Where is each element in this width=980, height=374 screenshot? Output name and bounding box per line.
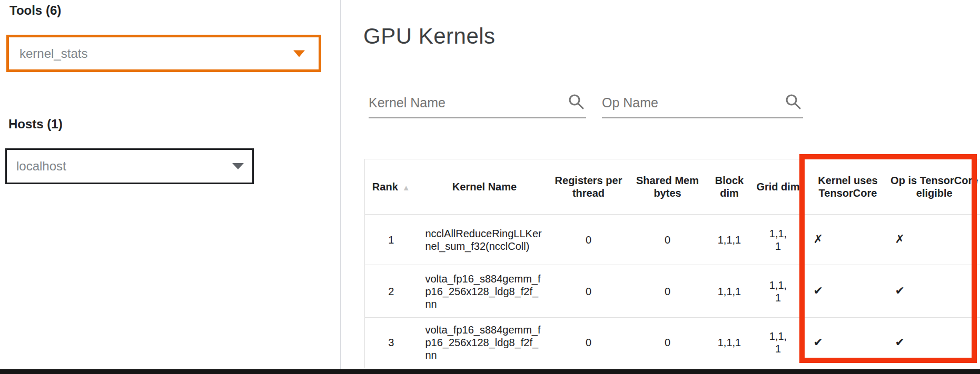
sort-ascending-icon: ▲ xyxy=(402,183,410,192)
cell-kernel-uses-tensorcore: ✔ xyxy=(807,265,889,318)
cell-rank: 3 xyxy=(365,318,418,368)
cell-registers-per-thread: 0 xyxy=(552,318,626,368)
column-header-shared-mem-bytes[interactable]: Shared Mem bytes xyxy=(626,159,710,215)
column-header-kernel-name[interactable]: Kernel Name xyxy=(418,159,552,215)
cell-grid-dim: 1,1,1 xyxy=(749,265,807,318)
cell-shared-mem-bytes: 0 xyxy=(626,318,710,368)
window-bottom-border xyxy=(0,369,980,374)
cell-op-is-tensorcore-eligible: ✔ xyxy=(889,265,980,318)
hosts-section-label: Hosts (1) xyxy=(8,117,63,132)
chevron-down-icon xyxy=(293,50,305,57)
cell-kernel-name: ncclAllReduceRingLLKernel_sum_f32(ncclCo… xyxy=(418,215,552,265)
page-title: GPU Kernels xyxy=(363,24,496,49)
op-name-filter xyxy=(602,88,803,118)
cell-registers-per-thread: 0 xyxy=(552,265,626,318)
cell-grid-dim: 1,1,1 xyxy=(749,318,807,368)
cell-registers-per-thread: 0 xyxy=(552,215,626,265)
search-icon xyxy=(784,93,802,113)
table-row[interactable]: 3volta_fp16_s884gemm_fp16_256x128_ldg8_f… xyxy=(365,318,980,368)
table-row[interactable]: 2volta_fp16_s884gemm_fp16_256x128_ldg8_f… xyxy=(365,265,980,318)
sidebar-divider xyxy=(340,0,341,369)
column-header-label: Rank xyxy=(372,181,398,193)
search-icon xyxy=(567,93,585,113)
cell-grid-dim: 1,1,1 xyxy=(749,215,807,265)
kernel-name-input[interactable] xyxy=(369,88,563,117)
hosts-dropdown-value: localhost xyxy=(16,159,66,174)
column-header-registers-per-thread[interactable]: Registers per thread xyxy=(552,159,626,215)
cell-block-dim: 1,1,1 xyxy=(710,265,749,318)
column-header-block-dim[interactable]: Block dim xyxy=(710,159,749,215)
cell-kernel-uses-tensorcore: ✔ xyxy=(807,318,889,368)
tools-section-label: Tools (6) xyxy=(9,3,61,18)
column-header-grid-dim[interactable]: Grid dim xyxy=(749,159,807,215)
cell-block-dim: 1,1,1 xyxy=(710,215,749,265)
column-header-kernel-uses-tensorcore[interactable]: Kernel uses TensorCore xyxy=(807,159,889,215)
cell-op-is-tensorcore-eligible: ✗ xyxy=(889,215,980,265)
chevron-down-icon xyxy=(232,163,244,169)
cell-rank: 2 xyxy=(365,265,418,318)
hosts-dropdown[interactable]: localhost xyxy=(5,148,254,184)
tools-dropdown-value: kernel_stats xyxy=(19,46,87,61)
cell-op-is-tensorcore-eligible: ✔ xyxy=(889,318,980,368)
cell-rank: 1 xyxy=(365,215,418,265)
cell-kernel-name: volta_fp16_s884gemm_fp16_256x128_ldg8_f2… xyxy=(418,318,552,368)
table-header-row: Rank▲ Kernel Name Registers per thread S… xyxy=(365,159,980,215)
column-header-rank[interactable]: Rank▲ xyxy=(365,159,418,215)
table-row[interactable]: 1ncclAllReduceRingLLKernel_sum_f32(ncclC… xyxy=(365,215,980,265)
op-name-input[interactable] xyxy=(602,88,780,117)
tools-dropdown[interactable]: kernel_stats xyxy=(6,35,321,72)
cell-shared-mem-bytes: 0 xyxy=(626,265,710,318)
cell-block-dim: 1,1,1 xyxy=(710,318,749,368)
gpu-kernels-table: Rank▲ Kernel Name Registers per thread S… xyxy=(364,159,980,368)
column-header-op-is-tensorcore-eligible[interactable]: Op is TensorCore eligible xyxy=(889,159,980,215)
cell-shared-mem-bytes: 0 xyxy=(626,215,710,265)
profiler-kernel-stats-screen: Tools (6) kernel_stats Hosts (1) localho… xyxy=(0,0,980,374)
cell-kernel-uses-tensorcore: ✗ xyxy=(807,215,889,265)
cell-kernel-name: volta_fp16_s884gemm_fp16_256x128_ldg8_f2… xyxy=(418,265,552,318)
kernel-name-filter xyxy=(369,88,586,118)
